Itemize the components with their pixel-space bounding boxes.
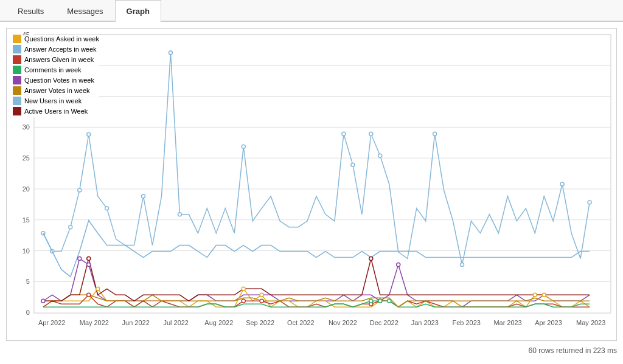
svg-point-46 (351, 163, 355, 167)
svg-text:15: 15 (23, 216, 30, 224)
svg-text:Oct 2022: Oct 2022 (287, 319, 314, 326)
legend-label-comments: Comments in week (24, 66, 82, 74)
legend-color-comments (13, 66, 21, 74)
tab-messages[interactable]: Messages (55, 0, 114, 22)
svg-text:Dec 2022: Dec 2022 (370, 319, 399, 326)
svg-point-51 (560, 182, 564, 186)
svg-point-43 (178, 213, 181, 216)
status-bar: 60 rows returned in 223 ms (0, 344, 623, 357)
chart-wrapper: Questions Asked in week Answer Accepts i… (6, 28, 617, 341)
svg-text:0: 0 (26, 309, 30, 316)
legend-label-answer-votes: Answer Votes in week (24, 87, 90, 94)
svg-point-70 (369, 257, 373, 261)
legend-item-comments: Comments in week (13, 66, 99, 74)
tab-graph[interactable]: Graph (115, 0, 161, 22)
svg-point-62 (87, 293, 91, 297)
svg-rect-0 (34, 35, 611, 313)
svg-text:Aug 2022: Aug 2022 (204, 319, 233, 326)
svg-point-57 (96, 287, 100, 290)
svg-point-41 (142, 194, 145, 198)
svg-text:Sep 2022: Sep 2022 (246, 319, 274, 326)
svg-text:Jun 2022: Jun 2022 (122, 319, 150, 326)
svg-point-58 (242, 287, 245, 290)
svg-text:May 2023: May 2023 (576, 319, 605, 326)
legend-label-new-users: New Users in week (24, 97, 82, 105)
svg-text:Jan 2023: Jan 2023 (411, 319, 439, 326)
svg-text:25: 25 (23, 154, 30, 162)
svg-point-50 (461, 263, 464, 266)
svg-point-64 (260, 299, 263, 303)
tab-results[interactable]: Results (6, 0, 55, 22)
svg-point-60 (533, 293, 537, 297)
legend-color-answer-votes (13, 86, 21, 95)
svg-text:5: 5 (26, 278, 30, 285)
svg-text:Apr 2022: Apr 2022 (38, 319, 66, 326)
svg-point-52 (588, 201, 591, 204)
legend-color-active-users (13, 107, 21, 115)
svg-point-38 (78, 188, 82, 192)
svg-point-54 (78, 257, 82, 261)
svg-text:Mar 2023: Mar 2023 (493, 319, 521, 326)
status-text: 60 rows returned in 223 ms (529, 346, 617, 355)
svg-point-48 (378, 154, 382, 157)
svg-point-53 (41, 299, 45, 303)
svg-point-63 (242, 299, 245, 303)
legend-label-questions: Questions Asked in week (24, 35, 99, 43)
svg-point-56 (397, 263, 400, 266)
svg-point-42 (169, 51, 172, 55)
svg-point-40 (105, 207, 109, 210)
svg-text:20: 20 (23, 185, 30, 193)
svg-text:30: 30 (23, 123, 30, 131)
svg-point-44 (242, 145, 245, 148)
svg-text:May 2022: May 2022 (80, 319, 109, 326)
legend-label-answer-accepts: Answer Accepts in week (24, 46, 97, 53)
chart-container: Questions Asked in week Answer Accepts i… (0, 22, 623, 344)
legend-label-question-votes: Question Votes in week (24, 77, 94, 84)
legend-color-questions (13, 35, 21, 43)
svg-point-55 (87, 263, 91, 266)
svg-text:Nov 2022: Nov 2022 (329, 319, 357, 326)
svg-point-59 (260, 293, 263, 297)
legend-item-questions: Questions Asked in week (13, 35, 99, 43)
svg-point-68 (378, 299, 382, 303)
chart-legend: Questions Asked in week Answer Accepts i… (13, 35, 99, 117)
legend-label-answers-given: Answers Given in week (24, 56, 94, 63)
legend-label-active-users: Active Users in Week (24, 108, 88, 115)
legend-color-answer-accepts (13, 45, 21, 53)
legend-color-answers-given (13, 55, 21, 64)
svg-text:10: 10 (23, 247, 30, 255)
svg-point-37 (69, 225, 72, 229)
legend-item-new-users: New Users in week (13, 97, 99, 105)
legend-item-active-users: Active Users in Week (13, 107, 99, 115)
svg-point-49 (433, 132, 437, 136)
svg-point-45 (342, 132, 346, 136)
legend-color-new-users (13, 97, 21, 105)
legend-item-question-votes: Question Votes in week (13, 76, 99, 84)
tab-bar: Results Messages Graph (0, 0, 623, 22)
svg-text:Feb 2023: Feb 2023 (453, 319, 481, 326)
svg-text:Jul 2022: Jul 2022 (163, 319, 188, 326)
svg-point-69 (388, 299, 391, 303)
svg-point-47 (369, 132, 373, 136)
legend-item-answers-given: Answers Given in week (13, 55, 99, 64)
legend-item-answer-accepts: Answer Accepts in week (13, 45, 99, 53)
svg-point-67 (369, 299, 373, 303)
legend-item-answer-votes: Answer Votes in week (13, 86, 99, 95)
svg-text:Apr 2023: Apr 2023 (535, 319, 562, 326)
svg-point-71 (87, 257, 91, 261)
svg-point-61 (542, 293, 546, 297)
svg-point-39 (87, 132, 91, 136)
legend-color-question-votes (13, 76, 21, 84)
